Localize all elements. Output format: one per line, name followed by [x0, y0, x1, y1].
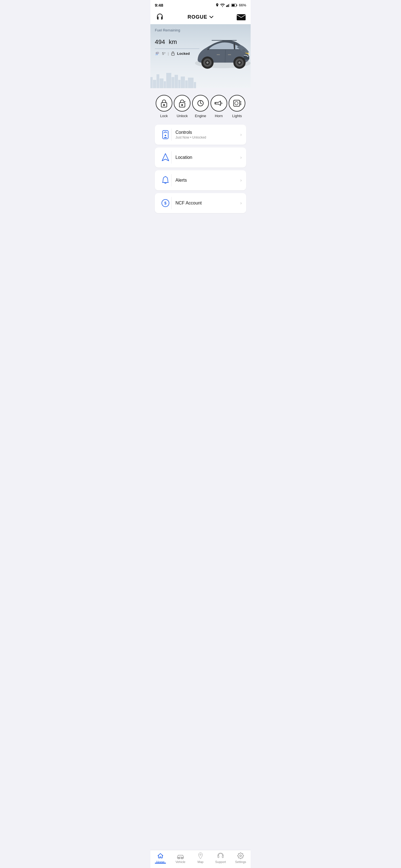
- svg-rect-7: [237, 14, 246, 20]
- svg-rect-43: [164, 137, 167, 138]
- unlock-button[interactable]: Unlock: [174, 95, 191, 118]
- lights-label: Lights: [232, 114, 242, 118]
- ncf-icon-wrap: $: [159, 197, 172, 209]
- dollar-icon: $: [161, 199, 170, 207]
- controls-icon-wrap: [159, 128, 172, 141]
- location-icon-wrap: [159, 151, 172, 163]
- lock-label: Lock: [160, 114, 168, 118]
- header: ROGUE: [150, 9, 251, 24]
- svg-point-29: [242, 49, 245, 52]
- controls-menu-item[interactable]: Controls Just Now • Unlocked ›: [155, 125, 246, 145]
- status-icons: 66%: [216, 3, 246, 7]
- location-chevron: ›: [240, 155, 242, 160]
- alerts-menu-item[interactable]: Alerts ›: [155, 170, 246, 190]
- svg-rect-33: [181, 104, 183, 106]
- battery-percent: 66%: [239, 3, 246, 7]
- svg-rect-18: [217, 54, 220, 55]
- bell-icon: [162, 176, 169, 184]
- lock-circle: [156, 95, 172, 112]
- signal-icon: [226, 4, 230, 7]
- svg-point-27: [206, 61, 208, 64]
- lights-circle: [229, 95, 245, 112]
- svg-rect-13: [172, 53, 174, 55]
- unlock-label: Unlock: [177, 114, 188, 118]
- vehicle-name: ROGUE: [188, 14, 207, 20]
- weather-icon: [155, 52, 160, 55]
- svg-rect-5: [236, 4, 237, 6]
- ncf-chevron: ›: [240, 200, 242, 206]
- car-image: [192, 30, 251, 77]
- lock-button[interactable]: Lock: [156, 95, 172, 118]
- controls-title: Controls: [175, 130, 240, 135]
- battery-icon: [231, 4, 237, 7]
- temperature: 5°: [162, 52, 165, 56]
- lights-button[interactable]: Lights: [229, 95, 245, 118]
- alerts-text: Alerts: [175, 178, 240, 183]
- location-title: Location: [175, 155, 240, 160]
- city-skyline: [150, 71, 251, 88]
- controls-subtitle: Just Now • Unlocked: [175, 135, 240, 140]
- ncf-menu-item[interactable]: $ NCF Account ›: [155, 193, 246, 213]
- unlock-circle: [174, 95, 191, 112]
- ncf-text: NCF Account: [175, 200, 240, 206]
- svg-point-42: [165, 135, 166, 136]
- headset-icon[interactable]: [155, 12, 165, 22]
- controls-section: Lock Unlock Eng: [150, 88, 251, 125]
- remote-icon: [162, 130, 169, 140]
- hero-section: Fuel Remaining 494 km 5° | Locked: [150, 24, 251, 88]
- svg-rect-19: [228, 54, 231, 55]
- engine-label: Engine: [195, 114, 206, 118]
- ncf-title: NCF Account: [175, 200, 240, 206]
- svg-point-40: [235, 101, 238, 105]
- svg-rect-6: [232, 4, 234, 6]
- menu-section: Controls Just Now • Unlocked › Location …: [150, 125, 251, 213]
- svg-rect-3: [229, 4, 230, 7]
- horn-circle: [210, 95, 227, 112]
- svg-point-9: [157, 52, 159, 54]
- location-text: Location: [175, 155, 240, 160]
- svg-rect-2: [228, 4, 229, 7]
- alerts-icon-wrap: [159, 174, 172, 186]
- mail-icon[interactable]: [236, 13, 246, 21]
- navigation-icon: [162, 153, 169, 162]
- controls-row: Lock Unlock Eng: [155, 95, 246, 118]
- alerts-chevron: ›: [240, 178, 242, 183]
- chevron-down-icon: [209, 16, 213, 18]
- location-pin-icon: [216, 3, 219, 7]
- controls-text: Controls Just Now • Unlocked: [175, 130, 240, 140]
- svg-point-23: [238, 61, 240, 64]
- status-time: 9:48: [155, 3, 163, 7]
- engine-button[interactable]: Engine: [192, 95, 209, 118]
- location-menu-item[interactable]: Location ›: [155, 148, 246, 167]
- engine-circle: [192, 95, 209, 112]
- lock-status: Locked: [177, 52, 190, 56]
- svg-rect-28: [212, 40, 237, 41]
- lock-status-icon: [171, 51, 175, 56]
- svg-rect-1: [227, 5, 228, 7]
- vehicle-name-dropdown[interactable]: ROGUE: [188, 14, 213, 20]
- horn-label: Horn: [215, 114, 223, 118]
- alerts-title: Alerts: [175, 178, 240, 183]
- status-bar: 9:48 66%: [150, 0, 251, 9]
- horn-button[interactable]: Horn: [210, 95, 227, 118]
- wifi-icon: [220, 4, 225, 7]
- svg-rect-36: [215, 102, 216, 104]
- svg-rect-31: [163, 104, 165, 106]
- svg-line-11: [156, 54, 157, 55]
- svg-rect-0: [226, 6, 227, 7]
- controls-chevron: ›: [240, 132, 242, 137]
- svg-text:$: $: [164, 201, 167, 205]
